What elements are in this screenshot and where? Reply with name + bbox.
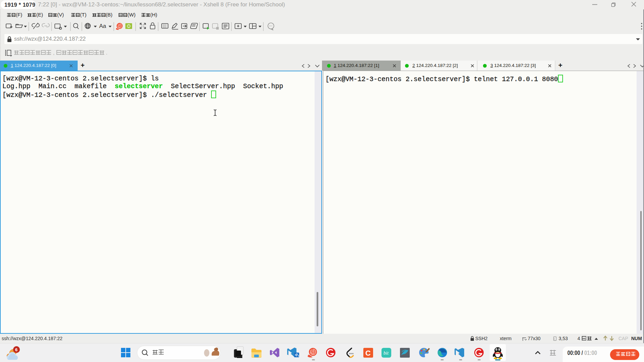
- svg-text:Aa: Aa: [99, 23, 106, 29]
- svg-text:C: C: [365, 349, 371, 357]
- svg-text:I: I: [554, 337, 555, 340]
- svg-text:bit: bit: [384, 351, 389, 356]
- svg-text:6: 6: [15, 347, 17, 352]
